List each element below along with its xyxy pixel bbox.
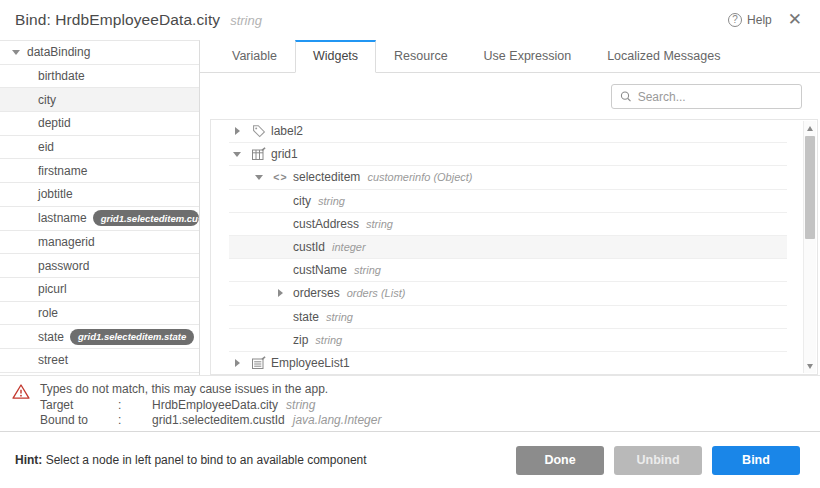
vertical-scrollbar[interactable] [803,121,816,373]
tree-node-city[interactable]: city string [229,190,787,213]
chevron-right-icon[interactable] [272,289,288,297]
chevron-down-icon[interactable] [8,50,24,55]
sidebar-item-jobtitle[interactable]: jobtitle [0,183,199,207]
sidebar-item-label: state [38,330,64,344]
warning-message: Types do not match, this may cause issue… [40,382,328,398]
sidebar-item-street[interactable]: street [0,349,199,373]
object-icon: <> [272,171,289,183]
sidebar-item-eid[interactable]: eid [0,136,199,160]
sidebar-item-managerid[interactable]: managerid [0,231,199,255]
tree-node-grid1[interactable]: grid1 [229,143,787,166]
tree-node-label: custAddress [293,217,359,231]
list-icon [250,356,267,370]
tree-node-label: grid1 [271,147,298,161]
scroll-down-icon[interactable] [804,360,816,372]
warning-target-label: Target [40,398,118,414]
done-button[interactable]: Done [516,446,604,475]
hint-text: Hint: Select a node in left panel to bin… [15,453,367,467]
dialog-title-type: string [230,13,262,28]
sidebar-item-label: firstname [38,164,87,178]
dialog-header: Bind: HrdbEmployeeData.city string ? Hel… [0,0,820,40]
tree-node-label: EmployeeList1 [271,356,350,370]
help-label: Help [747,13,772,27]
tree-node-type: orders (List) [347,287,406,299]
sidebar-item-role[interactable]: role [0,302,199,326]
sidebar-item-databinding[interactable]: dataBinding [0,41,199,65]
tree-node-state[interactable]: state string [229,306,787,329]
tree-node-label: custName [293,263,347,277]
widgets-tree: label2 grid1 <> selecteditem [210,119,818,375]
sidebar-item-password[interactable]: password [0,254,199,278]
dialog-title: Bind: HrdbEmployeeData.city [15,11,220,29]
chevron-right-icon[interactable] [229,359,245,367]
sidebar-item-deptid[interactable]: deptid [0,112,199,136]
sidebar-item-label: managerid [38,235,95,249]
warning-icon [12,383,30,400]
sidebar-item-picurl[interactable]: picurl [0,278,199,302]
sidebar-item-label: street [38,353,68,367]
tree-node-type: integer [332,241,366,253]
dialog-footer: Hint: Select a node in left panel to bin… [0,431,820,488]
sidebar-item-label: dataBinding [27,45,90,59]
tree-node-type: string [326,311,353,323]
sidebar-item-label: password [38,259,89,273]
binding-badge: grid1.selecteditem.state [70,329,194,345]
colon: : [118,398,152,414]
tag-icon [250,124,267,138]
tree-node-selecteditem[interactable]: <> selecteditem customerinfo (Object) [229,166,787,189]
sidebar-item-label: city [38,93,56,107]
unbind-button[interactable]: Unbind [614,446,702,475]
tree-node-label: state [293,310,319,324]
tab-localized-messages[interactable]: Localized Messages [589,40,738,72]
sidebar-item-birthdate[interactable]: birthdate [0,65,199,89]
tab-widgets[interactable]: Widgets [295,40,376,73]
widgets-tab-content: label2 grid1 <> selecteditem [200,73,820,375]
tree-node-type: string [354,264,381,276]
warning-target-value: HrdbEmployeeData.city [152,398,278,414]
search-box [611,84,802,109]
help-button[interactable]: ? Help [728,13,772,27]
scroll-up-icon[interactable] [804,122,816,134]
tree-node-type: customerinfo (Object) [367,171,472,183]
tree-node-label: orderses [293,286,340,300]
tab-variable[interactable]: Variable [214,40,295,72]
tree-node-zip[interactable]: zip string [229,329,787,352]
warning-target-type: string [286,398,315,414]
chevron-down-icon[interactable] [229,152,245,157]
chevron-right-icon[interactable] [229,127,245,135]
sidebar-item-firstname[interactable]: firstname [0,159,199,183]
warning-bound-label: Bound to [40,413,118,429]
sidebar-item-label: eid [38,140,54,154]
sidebar-item-label: role [38,306,58,320]
tree-node-employeelist1[interactable]: EmployeeList1 [229,352,787,375]
close-icon[interactable]: ✕ [786,13,804,27]
tree-node-custid[interactable]: custId integer [229,236,787,259]
tab-bar: Variable Widgets Resource Use Expression… [200,40,820,73]
tree-node-orderses[interactable]: orderses orders (List) [229,282,787,305]
tree-node-custaddress[interactable]: custAddress string [229,213,787,236]
sidebar-item-city[interactable]: city [0,88,199,112]
bind-button[interactable]: Bind [712,446,800,475]
sidebar-item-lastname[interactable]: lastname grid1.selecteditem.custName [0,207,199,231]
tree-node-type: string [315,334,342,346]
binding-badge: grid1.selecteditem.custName [93,210,199,226]
sidebar-item-state[interactable]: state grid1.selecteditem.state [0,325,199,349]
dialog-body: dataBinding birthdate city deptid eid fi… [0,40,820,375]
colon: : [118,413,152,429]
scrollbar-thumb[interactable] [805,136,815,239]
tree-node-label: city [293,194,311,208]
bind-source-panel: Variable Widgets Resource Use Expression… [200,40,820,375]
sidebar-item-label: lastname [38,211,87,225]
tree-node-label: zip [293,333,308,347]
tree-node-label: label2 [271,124,303,138]
tab-use-expression[interactable]: Use Expression [466,40,590,72]
bind-dialog: Bind: HrdbEmployeeData.city string ? Hel… [0,0,820,488]
tree-node-custname[interactable]: custName string [229,259,787,282]
tree-node-label2[interactable]: label2 [229,120,787,143]
sidebar-item-label: birthdate [38,69,85,83]
tab-resource[interactable]: Resource [376,40,466,72]
chevron-down-icon[interactable] [251,175,267,180]
tree-node-label: selecteditem [293,170,360,184]
search-input[interactable] [638,90,793,104]
help-icon: ? [728,13,742,27]
